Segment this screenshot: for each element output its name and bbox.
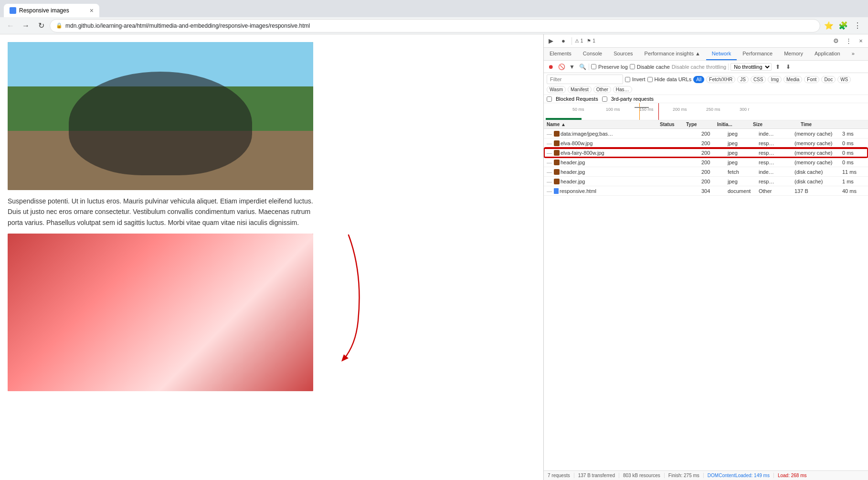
filter-has-btn[interactable]: Has… — [613, 86, 632, 93]
devtools-panel: ▶ ● ⚠ 1 ⚑ 1 ⚙ ⋮ × Elements Console Sourc… — [543, 34, 868, 480]
record-btn[interactable]: ⏺ — [547, 63, 555, 71]
address-bar[interactable]: 🔒 mdn.github.io/learning-area/html/multi… — [50, 19, 820, 32]
row-type: document — [725, 188, 756, 194]
filter-input[interactable] — [547, 75, 623, 84]
active-tab[interactable]: Responsive images × — [4, 4, 99, 17]
filter-wasm-btn[interactable]: Wasm — [547, 86, 566, 93]
tab-title: Responsive images — [19, 7, 69, 14]
row-initiator: resp… — [756, 150, 792, 156]
invert-checkbox[interactable] — [625, 77, 630, 82]
header-name[interactable]: Name ▲ — [544, 122, 657, 127]
mark-300ms: 300 r — [740, 107, 750, 112]
header-time[interactable]: Time — [798, 122, 826, 127]
filter-media-btn[interactable]: Media — [783, 76, 802, 83]
filter-js-btn[interactable]: JS — [737, 76, 749, 83]
row-status: 200 — [699, 160, 725, 165]
net-separator-2 — [728, 64, 729, 70]
throttle-select[interactable]: No throttling Fast 3G Slow 3G — [730, 63, 772, 71]
timeline-ruler: 50 ms 100 ms 150 ms 200 ms 250 ms 300 r — [544, 103, 868, 113]
row-time: 11 ms — [839, 169, 868, 175]
hide-data-checkbox[interactable] — [647, 77, 653, 82]
network-row[interactable]: — header.jpg 200 jpeg resp… (disk cache)… — [544, 177, 868, 186]
filter-img-btn[interactable]: Img — [768, 76, 782, 83]
filter-doc-btn[interactable]: Doc — [821, 76, 836, 83]
header-initiator[interactable]: Initia... — [714, 122, 750, 127]
tab-favicon — [10, 7, 16, 14]
security-icon: 🔒 — [56, 22, 63, 29]
blocked-requests-checkbox[interactable] — [547, 96, 552, 102]
forward-btn[interactable]: → — [19, 19, 32, 32]
header-waterfall[interactable] — [826, 122, 868, 127]
network-row[interactable]: — elva-800w.jpg 200 jpeg resp… (memory c… — [544, 139, 868, 148]
filter-ws-btn[interactable]: WS — [837, 76, 851, 83]
filter-manifest-btn[interactable]: Manifest — [568, 86, 592, 93]
more-tools-btn[interactable]: ⋮ — [843, 36, 854, 46]
row-initiator: resp… — [756, 160, 792, 165]
devtools-top-toolbar: ▶ ● ⚠ 1 ⚑ 1 ⚙ ⋮ × — [544, 34, 868, 48]
network-table-header: Name ▲ Status Type Initia... Size Time — [544, 120, 868, 129]
network-row[interactable]: — responsive.html 304 document Other 137… — [544, 186, 868, 196]
img-icon — [554, 131, 560, 137]
device-toolbar-btn[interactable]: ● — [558, 36, 569, 46]
clear-btn[interactable]: 🚫 — [557, 63, 566, 71]
filter-other-btn[interactable]: Other — [593, 86, 611, 93]
row-initiator: Other — [756, 188, 792, 194]
row-type: jpeg — [725, 179, 756, 184]
row-name: — header.jpg — [544, 160, 699, 165]
back-btn[interactable]: ← — [4, 19, 17, 32]
header-type[interactable]: Type — [683, 122, 714, 127]
row-size: (disk cache) — [792, 169, 839, 175]
inspect-element-btn[interactable]: ▶ — [546, 36, 556, 46]
network-row[interactable]: — header.jpg 200 jpeg resp… (memory cach… — [544, 158, 868, 167]
export-har-btn[interactable]: ⬇ — [784, 63, 793, 71]
transferred-size: 137 B transferred — [578, 473, 619, 478]
tab-memory[interactable]: Memory — [778, 48, 809, 60]
error-badge: ⚠ 1 — [575, 38, 583, 43]
row-status: 200 — [699, 150, 725, 156]
row-size: (disk cache) — [792, 179, 839, 184]
mark-100ms: 100 ms — [606, 107, 620, 112]
row-name: — elva-800w.jpg — [544, 140, 699, 146]
network-row[interactable]: — data:image/jpeg;bas… 200 jpeg inde… (m… — [544, 129, 868, 139]
filter-xhr-btn[interactable]: Fetch/XHR — [706, 76, 735, 83]
header-status[interactable]: Status — [657, 122, 683, 127]
network-timeline: 50 ms 100 ms 150 ms 200 ms 250 ms 300 r — [544, 103, 868, 120]
search-network-btn[interactable]: 🔍 — [578, 63, 587, 71]
preserve-log-checkbox[interactable] — [591, 64, 596, 69]
third-party-label: 3rd-party requests — [611, 96, 654, 102]
img-icon — [554, 150, 560, 156]
tab-performance[interactable]: Performance — [737, 48, 778, 60]
tab-performance-insights[interactable]: Performance insights ▲ — [639, 48, 706, 60]
tab-sources[interactable]: Sources — [608, 48, 638, 60]
filter-btn[interactable]: ▼ — [568, 63, 576, 71]
row-status: 200 — [699, 131, 725, 137]
third-party-checkbox[interactable] — [602, 96, 607, 102]
finish-time: Finish: 275 ms — [668, 473, 704, 478]
tab-console[interactable]: Console — [577, 48, 608, 60]
elva-fairy-row[interactable]: — elva-fairy-800w.jpg 200 jpeg resp… (me… — [544, 148, 868, 158]
tab-elements[interactable]: Elements — [544, 48, 577, 60]
filter-css-btn[interactable]: CSS — [751, 76, 766, 83]
import-har-btn[interactable]: ⬆ — [773, 63, 782, 71]
settings-btn[interactable]: ⚙ — [831, 36, 841, 46]
net-separator-1 — [589, 64, 589, 70]
network-row[interactable]: — header.jpg 200 fetch inde… (disk cache… — [544, 167, 868, 177]
tab-network[interactable]: Network — [706, 48, 737, 60]
filter-all-btn[interactable]: All — [693, 76, 704, 83]
menu-btn[interactable]: ⋮ — [851, 19, 864, 32]
bookmarks-btn[interactable]: ⭐ — [822, 19, 836, 32]
row-status: 200 — [699, 179, 725, 184]
extensions-btn[interactable]: 🧩 — [836, 19, 850, 32]
row-size: 137 B — [792, 188, 839, 194]
close-devtools-btn[interactable]: × — [856, 36, 866, 46]
header-size[interactable]: Size — [750, 122, 798, 127]
row-initiator: inde… — [756, 169, 792, 175]
disable-cache-checkbox[interactable] — [630, 64, 635, 69]
tab-application[interactable]: Application — [809, 48, 846, 60]
timeline-red-line — [658, 103, 659, 120]
tab-close-btn[interactable]: × — [90, 7, 94, 14]
tab-more[interactable]: » — [846, 48, 860, 60]
reload-btn[interactable]: ↻ — [34, 19, 48, 32]
filter-font-btn[interactable]: Font — [804, 76, 819, 83]
row-status: 304 — [699, 188, 725, 194]
